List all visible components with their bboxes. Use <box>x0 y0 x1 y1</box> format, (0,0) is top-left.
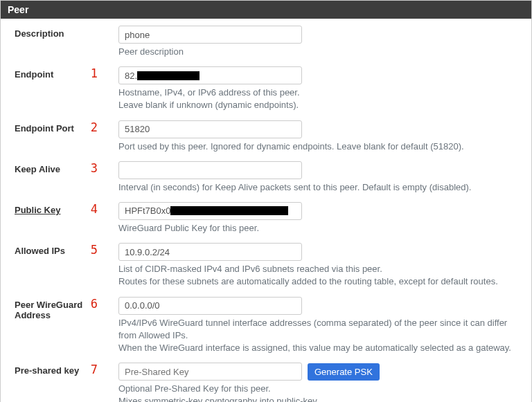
help-allowed-ips: List of CIDR-masked IPv4 and IPv6 subnet… <box>118 263 524 288</box>
row-public-key: Public Key 4 HPFt7B0x0 WireGuard Public … <box>15 202 524 241</box>
help-peer-wg-addr: IPv4/IPv6 WireGuard tunnel interface add… <box>118 317 524 355</box>
peer-wg-addr-input[interactable] <box>118 297 302 315</box>
marker-5: 5 <box>77 243 98 257</box>
keep-alive-input[interactable] <box>118 161 302 179</box>
description-input[interactable] <box>118 26 302 44</box>
endpoint-redaction <box>137 71 200 80</box>
marker-4: 4 <box>77 202 98 216</box>
public-key-redaction <box>170 206 288 215</box>
marker-1: 1 <box>77 66 98 80</box>
allowed-ips-input[interactable] <box>118 243 302 261</box>
row-endpoint: Endpoint 1 82. Hostname, IPv4, or IPv6 a… <box>15 66 524 118</box>
row-endpoint-port: Endpoint Port 2 Port used by this peer. … <box>15 120 524 160</box>
row-description: Description Peer description <box>15 26 524 65</box>
help-psk: Optional Pre-Shared Key for this peer. M… <box>118 383 333 402</box>
marker-6: 6 <box>77 297 98 311</box>
public-key-input[interactable]: HPFt7B0x0 <box>118 202 302 220</box>
help-endpoint-port: Port used by this peer. Ignored for dyna… <box>118 140 524 153</box>
row-peer-wg-addr: Peer WireGuard Address 6 IPv4/IPv6 WireG… <box>15 297 524 362</box>
help-keep-alive: Interval (in seconds) for Keep Alive pac… <box>118 181 524 194</box>
row-psk: Pre-shared key 7 Generate PSK Optional P… <box>15 363 524 402</box>
endpoint-value-prefix: 82. <box>125 71 137 81</box>
marker-2: 2 <box>77 120 98 134</box>
help-description: Peer description <box>118 46 524 58</box>
peer-panel: Peer Description Peer description Endpoi… <box>0 0 532 402</box>
generate-psk-button[interactable]: Generate PSK <box>308 363 380 381</box>
endpoint-port-input[interactable] <box>118 120 302 138</box>
public-key-value-prefix: HPFt7B0x0 <box>125 205 170 216</box>
row-allowed-ips: Allowed IPs 5 List of CIDR-masked IPv4 a… <box>15 243 524 295</box>
row-keep-alive: Keep Alive 3 Interval (in seconds) for K… <box>15 161 524 201</box>
panel-body: Description Peer description Endpoint 1 … <box>1 19 531 402</box>
marker-7: 7 <box>77 363 98 376</box>
panel-title: Peer <box>1 1 531 19</box>
help-public-key: WireGuard Public Key for this peer. <box>118 222 524 235</box>
marker-3: 3 <box>77 161 98 175</box>
label-description: Description <box>15 26 98 39</box>
endpoint-input[interactable]: 82. <box>118 66 302 84</box>
help-endpoint: Hostname, IPv4, or IPv6 address of this … <box>118 86 524 111</box>
psk-input[interactable] <box>118 363 302 381</box>
